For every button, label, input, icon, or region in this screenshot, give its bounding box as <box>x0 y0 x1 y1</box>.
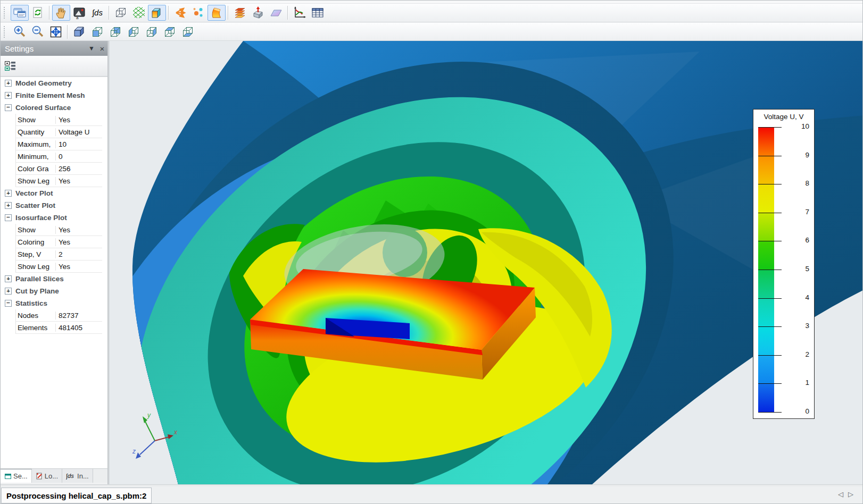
panel-menu-button[interactable]: ▼ <box>86 45 97 52</box>
tree-prop-color-grades[interactable]: Color Gra256 <box>15 163 102 175</box>
settings-panel: Settings ▼ × +Model Geometry +Finite Ele… <box>1 41 108 484</box>
isosurface-plot-button[interactable] <box>208 5 226 21</box>
collapse-toggle[interactable]: − <box>5 214 12 221</box>
legend-tick-label: 1 <box>805 379 809 387</box>
toolbar-grip[interactable] <box>4 26 9 38</box>
tree-item-isosurface-plot[interactable]: −Isosurface Plot <box>1 212 107 224</box>
expand-toggle[interactable]: + <box>5 288 12 295</box>
tree-prop-show[interactable]: ShowYes <box>15 224 102 236</box>
zoom-in-icon <box>13 25 27 39</box>
zoom-extents-icon <box>49 25 63 39</box>
expand-toggle[interactable]: + <box>5 92 12 99</box>
tab-integral-values[interactable]: ∫ds In... <box>62 469 93 483</box>
tree-prop-minimum[interactable]: Minimum,0 <box>15 150 102 163</box>
vector-plot-button[interactable] <box>171 5 189 21</box>
legend-tick <box>758 412 782 413</box>
tree-item-vector-plot[interactable]: +Vector Plot <box>1 187 107 199</box>
cube-front-icon <box>90 25 104 39</box>
toolbar-view <box>1 23 862 41</box>
tree-item-finite-element-mesh[interactable]: +Finite Element Mesh <box>1 89 107 102</box>
legend-tick-label: 2 <box>805 350 809 358</box>
view-front-button[interactable] <box>88 24 106 40</box>
settings-tab-icon <box>4 473 12 480</box>
legend-tick <box>758 156 782 156</box>
view-left-button[interactable] <box>125 24 143 40</box>
legend-tick <box>758 270 782 270</box>
application-window: a ∫ds <box>0 0 863 504</box>
cube-back-icon <box>109 25 122 39</box>
view-isometric-button[interactable] <box>70 24 88 40</box>
legend-tick <box>758 184 782 184</box>
toolbar-separator <box>168 6 169 20</box>
toolbar-separator <box>67 25 68 39</box>
expand-toggle[interactable]: + <box>5 202 12 209</box>
tree-item-parallel-slices[interactable]: +Parallel Slices <box>1 273 107 285</box>
zoom-extents-button[interactable] <box>47 24 65 40</box>
view-right-button[interactable] <box>143 24 161 40</box>
tree-item-statistics[interactable]: −Statistics <box>1 297 107 309</box>
collapse-toggle[interactable]: − <box>5 104 12 111</box>
tab-local-values[interactable]: Lo... <box>32 469 62 483</box>
expand-toggle[interactable]: + <box>5 80 12 87</box>
tree-prop-nodes[interactable]: Nodes82737 <box>15 309 102 322</box>
view-top-button[interactable] <box>161 24 179 40</box>
legend-tick-label: 9 <box>805 151 809 159</box>
tree-item-scatter-plot[interactable]: +Scatter Plot <box>1 199 107 212</box>
scatter-plot-button[interactable] <box>189 5 208 21</box>
tree-prop-maximum[interactable]: Maximum,10 <box>15 138 102 150</box>
parallel-slices-button[interactable] <box>231 5 249 21</box>
tree-item-colored-surface[interactable]: −Colored Surface <box>1 102 107 114</box>
tree-view-icon[interactable] <box>4 60 16 72</box>
mesh-view-button[interactable] <box>130 5 148 21</box>
postprocessing-results-button[interactable] <box>11 5 29 21</box>
cut-by-plane-button[interactable] <box>249 5 267 21</box>
legend-tick-label: 10 <box>801 122 809 130</box>
viewport-3d[interactable]: y x z <box>109 41 863 484</box>
colored-surface-button[interactable] <box>148 5 166 21</box>
tree-item-cut-by-plane[interactable]: +Cut by Plane <box>1 285 107 297</box>
toolbar-grip[interactable] <box>4 7 9 19</box>
field-picture-icon: a <box>72 6 86 20</box>
tree-prop-show-legend[interactable]: Show LegYes <box>15 175 102 187</box>
panel-close-button[interactable]: × <box>97 44 107 53</box>
integral-calculator-button[interactable]: ∫ds <box>88 5 106 21</box>
zoom-in-button[interactable] <box>11 24 29 40</box>
expand-toggle[interactable]: + <box>5 275 12 282</box>
axis-label-y: y <box>147 411 151 419</box>
tree-prop-show[interactable]: ShowYes <box>15 114 102 126</box>
tree-prop-step[interactable]: Step, V2 <box>15 248 102 261</box>
expand-toggle[interactable]: + <box>5 190 12 197</box>
legend-tick <box>758 213 782 213</box>
svg-text:∫ds: ∫ds <box>92 8 103 18</box>
plane-icon <box>269 6 283 20</box>
zoom-out-button[interactable] <box>29 24 47 40</box>
view-bottom-button[interactable] <box>179 24 197 40</box>
legend-tick <box>758 241 782 241</box>
tree-prop-quantity[interactable]: QuantityVoltage U <box>15 126 102 138</box>
wireframe-view-button[interactable] <box>112 5 130 21</box>
tree-item-model-geometry[interactable]: +Model Geometry <box>1 77 107 89</box>
status-nav-left-icon[interactable]: ◁ <box>838 490 848 498</box>
vector-arrows-icon <box>173 6 187 20</box>
pan-hand-button[interactable] <box>52 5 70 21</box>
toolbar-separator <box>49 6 50 20</box>
view-back-button[interactable] <box>106 24 125 40</box>
collapse-toggle[interactable]: − <box>5 300 12 307</box>
field-picture-button[interactable]: a <box>70 5 88 21</box>
tab-settings[interactable]: Se... <box>1 469 32 483</box>
tree-prop-elements[interactable]: Elements481405 <box>15 322 102 334</box>
xy-plot-button[interactable] <box>291 5 309 21</box>
legend-tick <box>758 383 782 384</box>
status-nav-right-icon[interactable]: ▷ <box>848 490 858 498</box>
tree-prop-show-legend[interactable]: Show LegYes <box>15 261 102 273</box>
table-view-button[interactable] <box>309 5 327 21</box>
statusbar: Postprocessing helical_cap_s.pbm:2 ◁▷ <box>1 485 862 504</box>
slice-plane-button[interactable] <box>267 5 285 21</box>
xy-chart-icon <box>293 6 306 20</box>
toolbar-separator <box>228 6 229 20</box>
cut-box-icon <box>251 6 265 20</box>
refresh-results-button[interactable] <box>29 5 47 21</box>
tree-prop-coloring[interactable]: ColoringYes <box>15 236 102 248</box>
legend-tick-label: 6 <box>805 236 809 244</box>
legend-tick-label: 7 <box>805 208 809 216</box>
